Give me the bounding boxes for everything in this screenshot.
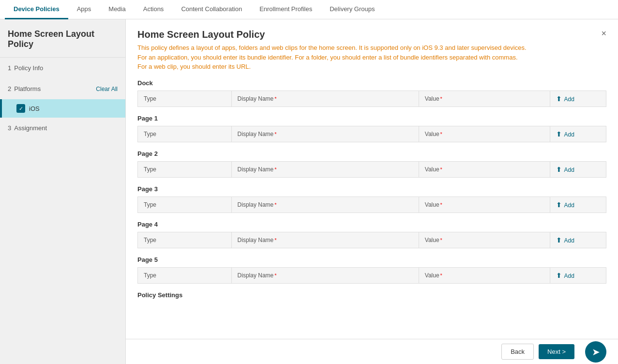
p2-value-header: Value* <box>419 161 550 177</box>
section-page1-label: Page 1 <box>137 115 606 122</box>
p5-display-name-header: Display Name* <box>231 267 419 283</box>
p4-add-header[interactable]: ⬆ Add <box>550 232 606 248</box>
nav-circle-icon: ➤ <box>592 346 600 358</box>
dock-display-name-header: Display Name* <box>231 91 419 106</box>
content-title: Home Screen Layout Policy <box>137 29 265 40</box>
p1-add-label[interactable]: Add <box>564 131 574 138</box>
desc-line-1: This policy defines a layout of apps, fo… <box>137 44 527 51</box>
page5-table: Type Display Name* Value* ⬆ Add <box>137 267 606 284</box>
p4-add-icon: ⬆ <box>556 236 562 244</box>
navigation-circle[interactable]: ➤ <box>585 341 606 363</box>
nav-actions[interactable]: Actions <box>135 0 173 19</box>
dock-table: Type Display Name* Value* ⬆ Add <box>137 91 606 107</box>
section-page2-label: Page 2 <box>137 150 606 157</box>
p1-display-name-header: Display Name* <box>231 126 419 142</box>
p2-add-header[interactable]: ⬆ Add <box>550 161 606 177</box>
top-navigation: Device Policies Apps Media Actions Conte… <box>0 0 618 19</box>
nav-media[interactable]: Media <box>100 0 134 19</box>
p3-value-header: Value* <box>419 197 550 212</box>
sidebar-step-3[interactable]: 3 Assignment <box>0 118 125 138</box>
p1-add-icon: ⬆ <box>556 130 562 138</box>
policy-description: This policy defines a layout of apps, fo… <box>137 43 606 72</box>
nav-apps[interactable]: Apps <box>68 0 100 19</box>
sidebar-title: Home Screen Layout Policy <box>0 19 125 58</box>
nav-content-collaboration[interactable]: Content Collaboration <box>172 0 251 19</box>
next-button[interactable]: Next > <box>539 344 574 359</box>
desc-line-2: For an application, you should enter its… <box>137 54 518 61</box>
ios-label: iOS <box>29 105 40 112</box>
p2-add-label[interactable]: Add <box>564 167 574 173</box>
p2-type-header: Type <box>138 161 232 177</box>
step-1-number: 1 <box>8 64 11 72</box>
p3-add-header[interactable]: ⬆ Add <box>550 197 606 212</box>
sidebar-step-2[interactable]: 2 Platforms Clear All <box>0 78 125 99</box>
p5-add-header[interactable]: ⬆ Add <box>550 267 606 283</box>
desc-line-3: For a web clip, you should enter its URL… <box>137 63 251 70</box>
p3-type-header: Type <box>138 197 232 212</box>
close-button[interactable]: × <box>601 29 606 38</box>
p1-type-header: Type <box>138 126 232 142</box>
clear-all-button[interactable]: Clear All <box>96 86 118 92</box>
step-2-label: Platforms <box>14 85 41 92</box>
policy-settings-label: Policy Settings <box>137 291 606 299</box>
step-3-label: Assignment <box>14 124 47 132</box>
step-1-label: Policy Info <box>14 64 43 72</box>
p5-add-label[interactable]: Add <box>564 273 574 279</box>
page1-table: Type Display Name* Value* ⬆ Add <box>137 126 606 142</box>
sidebar-step-1[interactable]: 1 Policy Info <box>0 58 125 78</box>
section-page4-label: Page 4 <box>137 221 606 228</box>
content-area: Home Screen Layout Policy × This policy … <box>126 19 618 364</box>
ios-check-icon: ✓ <box>16 104 25 113</box>
p4-value-header: Value* <box>419 232 550 248</box>
sidebar: Home Screen Layout Policy 1 Policy Info … <box>0 19 126 364</box>
main-layout: Home Screen Layout Policy 1 Policy Info … <box>0 19 618 364</box>
p5-type-header: Type <box>138 267 232 283</box>
p3-display-name-header: Display Name* <box>231 197 419 212</box>
p4-display-name-header: Display Name* <box>231 232 419 248</box>
p3-add-label[interactable]: Add <box>564 202 574 209</box>
dock-add-header[interactable]: ⬆ Add <box>550 91 606 106</box>
page2-table: Type Display Name* Value* ⬆ Add <box>137 161 606 178</box>
section-page3-label: Page 3 <box>137 185 606 193</box>
section-page5-label: Page 5 <box>137 256 606 263</box>
nav-enrollment-profiles[interactable]: Enrollment Profiles <box>251 0 321 19</box>
section-dock-label: Dock <box>137 79 606 87</box>
ios-platform-item[interactable]: ✓ iOS <box>0 99 125 118</box>
dock-type-header: Type <box>138 91 232 106</box>
p5-value-header: Value* <box>419 267 550 283</box>
p1-add-header[interactable]: ⬆ Add <box>550 126 606 142</box>
nav-delivery-groups[interactable]: Delivery Groups <box>321 0 383 19</box>
p3-add-icon: ⬆ <box>556 201 562 209</box>
p4-type-header: Type <box>138 232 232 248</box>
p4-add-label[interactable]: Add <box>564 237 574 244</box>
p2-display-name-header: Display Name* <box>231 161 419 177</box>
dock-add-icon: ⬆ <box>556 95 562 103</box>
step-3-number: 3 <box>8 124 11 132</box>
dock-add-label[interactable]: Add <box>564 96 574 103</box>
dock-value-header: Value* <box>419 91 550 106</box>
footer: Back Next > ➤ <box>126 339 618 364</box>
back-button[interactable]: Back <box>501 344 534 360</box>
p1-value-header: Value* <box>419 126 550 142</box>
page4-table: Type Display Name* Value* ⬆ Add <box>137 232 606 248</box>
p2-add-icon: ⬆ <box>556 166 562 173</box>
page3-table: Type Display Name* Value* ⬆ Add <box>137 197 606 213</box>
nav-device-policies[interactable]: Device Policies <box>5 0 68 19</box>
content-header: Home Screen Layout Policy × <box>137 29 606 40</box>
p5-add-icon: ⬆ <box>556 272 562 279</box>
step-2-number: 2 <box>8 85 11 92</box>
